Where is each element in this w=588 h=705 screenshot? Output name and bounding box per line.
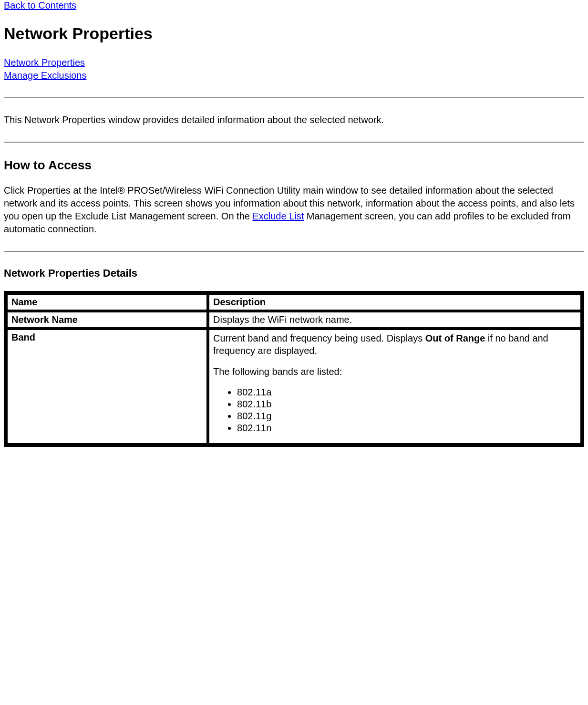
band-desc-bold: Out of Range	[425, 333, 485, 343]
nav-links: Network Properties Manage Exclusions	[4, 56, 584, 82]
list-item: 802.11n	[237, 423, 577, 434]
band-list-intro: The following bands are listed:	[213, 365, 577, 378]
cell-band-label: Band	[7, 329, 207, 444]
list-item: 802.11b	[237, 399, 577, 410]
nav-network-properties-link[interactable]: Network Properties	[4, 57, 85, 68]
cell-network-name-desc: Displays the WiFi network name.	[208, 311, 581, 328]
page-title: Network Properties	[4, 24, 584, 43]
divider	[4, 142, 584, 143]
table-row: Network Name Displays the WiFi network n…	[7, 311, 581, 328]
intro-paragraph: This Network Properties window provides …	[4, 114, 584, 126]
table-header-row: Name Description	[7, 294, 581, 311]
header-name: Name	[7, 294, 207, 311]
how-to-access-paragraph: Click Properties at the Intel® PROSet/Wi…	[4, 184, 584, 236]
cell-band-desc: Current band and frequency being used. D…	[208, 329, 581, 444]
nav-manage-exclusions-link[interactable]: Manage Exclusions	[4, 70, 86, 81]
table-row: Band Current band and frequency being us…	[7, 329, 581, 444]
details-table: Name Description Network Name Displays t…	[4, 291, 584, 447]
band-desc-before: Current band and frequency being used. D…	[213, 333, 425, 343]
divider	[4, 97, 584, 98]
band-list: 802.11a 802.11b 802.11g 802.11n	[213, 387, 577, 434]
list-item: 802.11a	[237, 387, 577, 398]
back-to-contents-link[interactable]: Back to Contents	[4, 0, 76, 10]
list-item: 802.11g	[237, 411, 577, 422]
cell-network-name-label: Network Name	[7, 311, 207, 328]
details-heading: Network Properties Details	[4, 267, 584, 280]
how-to-access-heading: How to Access	[4, 158, 584, 173]
divider	[4, 251, 584, 252]
exclude-list-link[interactable]: Exclude List	[252, 211, 304, 221]
header-description: Description	[208, 294, 581, 311]
